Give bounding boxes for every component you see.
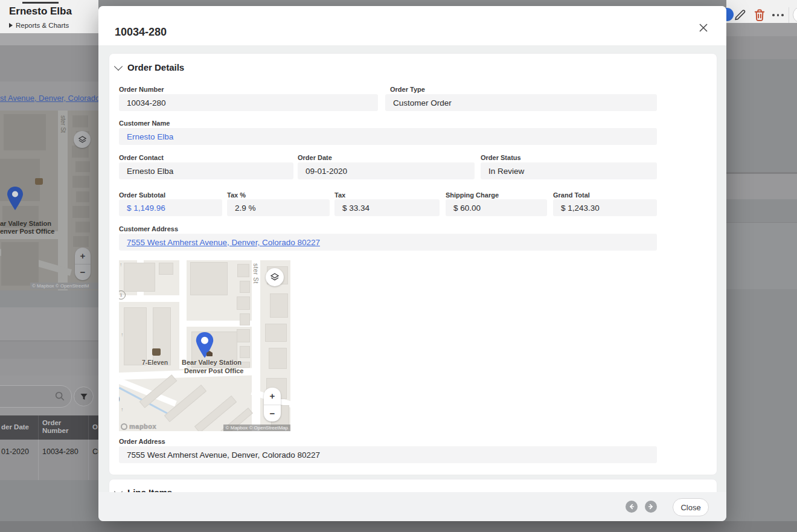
tax-percent-field[interactable]: 2.9 %: [227, 199, 330, 216]
order-address-field[interactable]: 7555 West Amherst Avenue, Denver, Colora…: [119, 446, 657, 463]
map-road: [119, 295, 187, 302]
chevron-down-icon: [114, 62, 123, 70]
breadcrumb-label: Reports & Charts: [16, 22, 69, 29]
order-details-card: Order Details Order Number 10034-280 Ord…: [109, 53, 717, 475]
map-road: [58, 111, 68, 290]
grand-total-field[interactable]: $ 1,243.30: [553, 199, 657, 216]
mapbox-logo: mapbox: [121, 423, 156, 430]
order-number-field[interactable]: 10034-280: [119, 94, 378, 111]
background-address-link[interactable]: st Avenue, Denver, Colorado 8: [0, 94, 98, 103]
map-building: [270, 293, 288, 318]
zoom-in-button[interactable]: +: [264, 388, 281, 405]
divider: [38, 415, 39, 440]
field-label: Grand Total: [553, 191, 590, 199]
order-date-field[interactable]: 09-01-2020: [298, 162, 475, 179]
map-building: [4, 114, 46, 150]
map-zoom-control[interactable]: + −: [75, 248, 91, 280]
customer-name-link[interactable]: Ernesto Elba: [119, 128, 657, 145]
field-label: Customer Address: [119, 225, 178, 232]
background-filter-button[interactable]: [74, 386, 94, 406]
map-poi-label: 7-Eleven: [142, 359, 168, 366]
cut-street-label: ): [119, 395, 120, 402]
map-street-label: ster St: [252, 263, 260, 284]
order-details-section-header[interactable]: Order Details: [115, 62, 184, 72]
field-label: Tax %: [227, 191, 246, 199]
map-zoom-control[interactable]: + −: [264, 388, 281, 421]
zoom-out-button[interactable]: −: [75, 264, 91, 281]
background-table-header: der Date Order Number O: [0, 415, 98, 440]
background-table-row[interactable]: 01-2020 10034-280 Cu: [0, 440, 98, 480]
map-road: [252, 260, 260, 431]
map-poi-label: Denver Post Office: [184, 367, 243, 374]
map-building: [237, 296, 250, 310]
mapbox-logo-word: mapbox: [129, 423, 156, 430]
field-label: Shipping Charge: [446, 191, 499, 199]
bg-band: [726, 174, 797, 199]
more-options-button[interactable]: [772, 14, 784, 16]
background-map[interactable]: ster St ar Valley Station enver Post Off…: [0, 111, 98, 290]
map-poi-label: ar Valley Station: [0, 220, 51, 227]
filter-funnel-icon: [80, 393, 88, 401]
delete-trash-icon[interactable]: [754, 8, 766, 22]
background-page-left: st Avenue, Denver, Colorado 8 ster St: [0, 0, 98, 532]
shipping-charge-field[interactable]: $ 60.00: [446, 199, 547, 216]
customer-address-link[interactable]: 7555 West Amherst Avenue, Denver, Colora…: [119, 234, 657, 251]
map-layers-button[interactable]: [74, 131, 91, 148]
breadcrumb[interactable]: Reports & Charts: [9, 22, 69, 29]
tax-field[interactable]: $ 33.34: [334, 199, 440, 216]
map-building: [240, 281, 250, 293]
arrow-left-icon: [629, 504, 635, 510]
one-way-arrow: ↑: [121, 332, 124, 338]
map-building: [73, 236, 89, 247]
zoom-in-button[interactable]: +: [75, 248, 91, 264]
bg-band: [0, 33, 98, 45]
bg-band: [726, 223, 797, 289]
screen: st Avenue, Denver, Colorado 8 ster St: [0, 0, 797, 532]
dot: [781, 14, 784, 16]
map-building: [159, 263, 173, 275]
divider: [789, 7, 789, 23]
column-header[interactable]: der Date: [1, 423, 29, 431]
order-type-field[interactable]: Customer Order: [385, 94, 657, 111]
background-bottom-strip: [0, 521, 797, 532]
active-tab-indicator: [22, 2, 59, 4]
close-button[interactable]: Close: [673, 498, 709, 516]
next-record-button[interactable]: [645, 501, 657, 513]
caret-right-icon: [9, 23, 13, 28]
order-contact-field[interactable]: Ernesto Elba: [119, 162, 293, 179]
modal-header: 10034-280: [98, 6, 726, 45]
column-header[interactable]: Order Number: [42, 419, 86, 435]
convenience-store-icon: [35, 178, 43, 185]
bg-band: [0, 307, 98, 341]
modal-close-button[interactable]: [696, 21, 711, 35]
map-building: [265, 324, 287, 342]
column-header[interactable]: O: [92, 423, 98, 431]
map-poi-label: enver Post Office: [0, 228, 54, 235]
map-road: [179, 260, 187, 369]
map-layers-button[interactable]: [266, 268, 284, 286]
field-label: Order Number: [119, 86, 164, 93]
zoom-out-button[interactable]: −: [264, 405, 281, 422]
modal-title: 10034-280: [115, 26, 167, 39]
toolbar-round-button[interactable]: [793, 7, 797, 23]
table-cell: 01-2020: [1, 447, 29, 456]
layers-icon: [78, 135, 87, 144]
field-label: Order Status: [481, 154, 521, 161]
field-label: Order Date: [298, 154, 332, 161]
order-location-map[interactable]: ster St 1 ↑ ↑ ) ↑ 7-Eleven Bear Valley S…: [119, 260, 290, 431]
order-status-field[interactable]: In Review: [481, 162, 657, 179]
map-building: [124, 307, 147, 365]
bg-band: [0, 341, 98, 359]
order-subtotal-link[interactable]: $ 1,149.96: [119, 199, 222, 216]
map-building: [75, 222, 90, 232]
one-way-arrow: ↑: [120, 261, 123, 268]
section-title: Order Details: [127, 62, 184, 72]
arrow-right-icon: [648, 504, 654, 510]
map-attribution[interactable]: © Mapbox © OpenStreetMap: [223, 425, 290, 431]
field-label: Customer Name: [119, 120, 170, 127]
convenience-store-icon: [152, 348, 161, 356]
background-search-input[interactable]: [0, 385, 72, 408]
background-toolbar: [726, 0, 797, 23]
previous-record-button[interactable]: [626, 501, 638, 513]
edit-pencil-icon[interactable]: [734, 9, 746, 21]
